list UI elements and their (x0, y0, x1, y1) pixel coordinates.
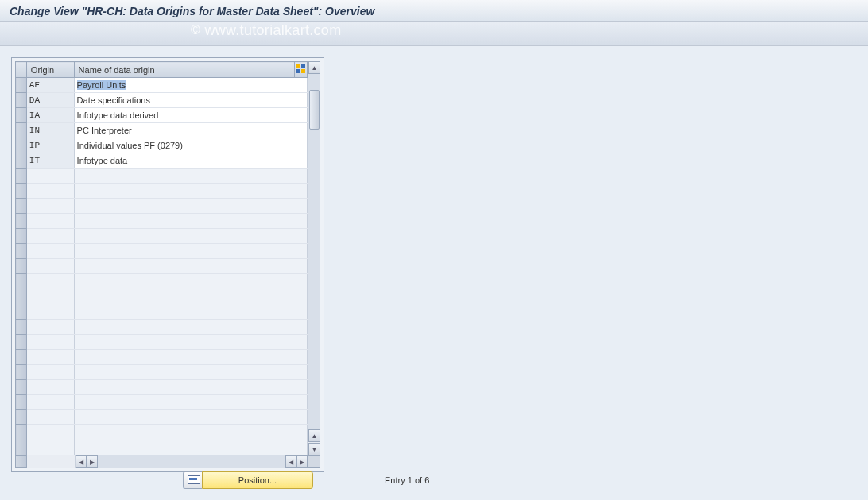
name-cell[interactable] (74, 380, 308, 395)
origin-cell[interactable] (26, 289, 74, 304)
scroll-down-button[interactable]: ▲ (308, 429, 320, 442)
origin-cell[interactable]: IN (26, 123, 74, 138)
table-row[interactable] (16, 184, 308, 199)
table-row[interactable] (16, 395, 308, 410)
row-handle[interactable] (16, 274, 27, 289)
origin-cell[interactable] (26, 335, 74, 350)
origin-cell[interactable]: IT (26, 153, 74, 169)
row-handle[interactable] (16, 289, 27, 304)
row-handle[interactable] (16, 78, 27, 93)
table-row[interactable] (16, 320, 308, 335)
table-row[interactable] (16, 350, 308, 365)
row-handle[interactable] (16, 380, 27, 395)
data-grid[interactable]: Origin Name of data origin AEPayroll Uni… (15, 61, 308, 455)
table-row[interactable] (16, 259, 308, 274)
hscroll-track[interactable] (98, 455, 285, 468)
table-row[interactable] (16, 304, 308, 320)
origin-cell[interactable] (26, 395, 74, 410)
table-row[interactable]: ITInfotype data (16, 153, 308, 169)
origin-cell[interactable]: IP (26, 138, 74, 153)
name-cell[interactable] (74, 274, 308, 289)
name-cell[interactable] (74, 425, 308, 440)
row-handle[interactable] (16, 184, 27, 199)
hscroll-right-button[interactable]: ▶ (296, 455, 308, 468)
position-icon-button[interactable] (183, 471, 202, 489)
table-row[interactable]: IAInfotype data derived (16, 108, 308, 123)
origin-cell[interactable] (26, 199, 74, 214)
hscroll-left-button[interactable]: ◀ (76, 455, 87, 468)
row-handle[interactable] (16, 440, 27, 455)
row-handle[interactable] (16, 350, 27, 365)
origin-cell[interactable] (26, 169, 74, 184)
origin-cell[interactable] (26, 229, 74, 244)
name-cell[interactable] (74, 410, 308, 425)
name-cell[interactable]: Date specifications (74, 93, 308, 108)
row-handle[interactable] (16, 229, 27, 244)
grid-config-button[interactable] (295, 62, 308, 78)
origin-cell[interactable] (26, 365, 74, 380)
table-row[interactable] (16, 169, 308, 184)
table-row[interactable]: AEPayroll Units (16, 78, 308, 93)
origin-cell[interactable]: DA (26, 93, 74, 108)
name-cell[interactable]: Infotype data derived (74, 108, 308, 123)
row-handle[interactable] (16, 138, 27, 153)
scroll-up-button[interactable]: ▲ (308, 61, 320, 74)
name-cell[interactable] (74, 244, 308, 259)
row-handle[interactable] (16, 214, 27, 229)
name-cell[interactable] (74, 169, 308, 184)
origin-cell[interactable] (26, 410, 74, 425)
table-row[interactable]: INPC Interpreter (16, 123, 308, 138)
table-row[interactable] (16, 274, 308, 289)
name-cell[interactable] (74, 365, 308, 380)
table-row[interactable] (16, 244, 308, 259)
name-cell[interactable] (74, 440, 308, 455)
origin-cell[interactable] (26, 259, 74, 274)
table-row[interactable] (16, 365, 308, 380)
row-handle[interactable] (16, 335, 27, 350)
name-cell[interactable] (74, 259, 308, 274)
name-cell[interactable] (74, 199, 308, 214)
table-row[interactable] (16, 425, 308, 440)
row-handle[interactable] (16, 153, 27, 169)
table-row[interactable] (16, 440, 308, 455)
table-row[interactable] (16, 199, 308, 214)
name-cell[interactable] (74, 395, 308, 410)
name-cell[interactable] (74, 214, 308, 229)
row-handle[interactable] (16, 410, 27, 425)
origin-cell[interactable]: IA (26, 108, 74, 123)
table-row[interactable] (16, 335, 308, 350)
origin-cell[interactable] (26, 350, 74, 365)
table-row[interactable] (16, 410, 308, 425)
name-cell[interactable] (74, 350, 308, 365)
name-cell[interactable]: PC Interpreter (74, 123, 308, 138)
name-cell[interactable]: Individual values PF (0279) (74, 138, 308, 153)
origin-cell[interactable] (26, 214, 74, 229)
name-cell[interactable] (74, 320, 308, 335)
table-row[interactable] (16, 214, 308, 229)
name-cell[interactable]: Payroll Units (74, 78, 308, 93)
origin-cell[interactable] (26, 274, 74, 289)
row-handle[interactable] (16, 123, 27, 138)
table-row[interactable]: IPIndividual values PF (0279) (16, 138, 308, 153)
origin-cell[interactable] (26, 440, 74, 455)
row-handle[interactable] (16, 199, 27, 214)
origin-cell[interactable] (26, 425, 74, 440)
origin-cell[interactable] (26, 320, 74, 335)
table-row[interactable] (16, 229, 308, 244)
row-handle[interactable] (16, 304, 27, 320)
name-cell[interactable] (74, 304, 308, 320)
row-handle[interactable] (16, 93, 27, 108)
origin-cell[interactable] (26, 304, 74, 320)
table-row[interactable]: DADate specifications (16, 93, 308, 108)
origin-cell[interactable]: AE (26, 78, 74, 93)
name-cell[interactable] (74, 335, 308, 350)
row-handle[interactable] (16, 395, 27, 410)
position-button[interactable]: Position... (202, 471, 313, 489)
name-cell[interactable] (74, 229, 308, 244)
name-cell[interactable] (74, 184, 308, 199)
table-row[interactable] (16, 380, 308, 395)
hscroll-left-far-button[interactable]: ◀ (285, 455, 296, 468)
row-handle[interactable] (16, 169, 27, 184)
row-handle[interactable] (16, 425, 27, 440)
row-handle[interactable] (16, 320, 27, 335)
